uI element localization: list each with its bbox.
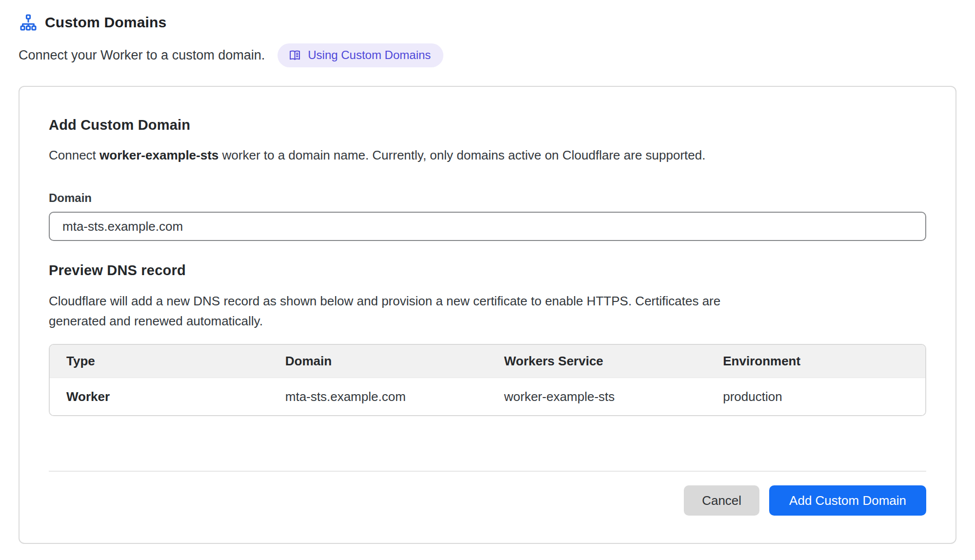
preview-dns-description: Cloudflare will add a new DNS record as … — [49, 291, 761, 331]
docs-link-badge[interactable]: Using Custom Domains — [278, 43, 443, 67]
docs-link-label: Using Custom Domains — [308, 48, 431, 62]
cancel-button[interactable]: Cancel — [684, 485, 759, 516]
cell-environment: production — [706, 378, 925, 415]
page-title: Custom Domains — [45, 14, 167, 31]
add-custom-domain-button[interactable]: Add Custom Domain — [769, 485, 926, 516]
footer-divider — [49, 471, 926, 472]
preview-dns-heading: Preview DNS record — [49, 262, 926, 279]
dns-preview-table: Type Domain Workers Service Environment … — [49, 344, 926, 416]
domain-field-label: Domain — [49, 191, 926, 205]
page-subtitle-row: Connect your Worker to a custom domain. … — [19, 43, 956, 67]
column-header-domain: Domain — [269, 345, 488, 378]
card-actions: Cancel Add Custom Domain — [49, 485, 926, 516]
add-custom-domain-card: Add Custom Domain Connect worker-example… — [19, 86, 956, 544]
custom-domains-page: Custom Domains Connect your Worker to a … — [0, 0, 975, 544]
cell-workers-service: worker-example-sts — [488, 378, 707, 415]
intro-prefix: Connect — [49, 148, 99, 162]
domain-input[interactable] — [49, 212, 926, 241]
open-book-icon — [288, 49, 301, 62]
cell-domain: mta-sts.example.com — [269, 378, 488, 415]
intro-suffix: worker to a domain name. Currently, only… — [219, 148, 705, 162]
card-heading: Add Custom Domain — [49, 117, 926, 133]
column-header-workers-service: Workers Service — [488, 345, 707, 378]
cell-type: Worker — [50, 378, 269, 415]
page-header: Custom Domains — [19, 14, 956, 31]
column-header-type: Type — [50, 345, 269, 378]
table-row: Worker mta-sts.example.com worker-exampl… — [50, 378, 925, 415]
table-header-row: Type Domain Workers Service Environment — [50, 345, 925, 378]
card-intro-text: Connect worker-example-sts worker to a d… — [49, 148, 926, 163]
sitemap-icon — [20, 14, 37, 31]
column-header-environment: Environment — [706, 345, 925, 378]
page-subtitle: Connect your Worker to a custom domain. — [19, 48, 265, 63]
worker-name: worker-example-sts — [99, 148, 219, 162]
